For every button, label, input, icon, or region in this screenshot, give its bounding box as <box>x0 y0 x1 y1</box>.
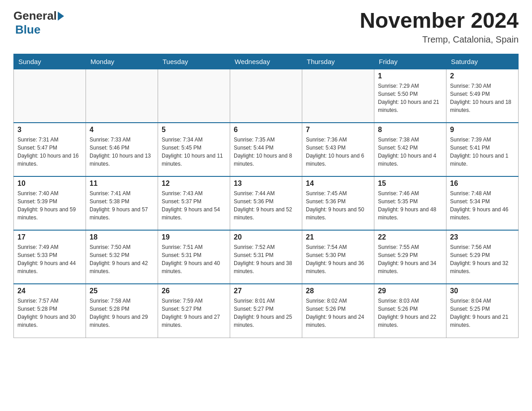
day-number: 2 <box>450 72 515 80</box>
day-sun-info: Sunrise: 7:49 AMSunset: 5:33 PMDaylight:… <box>17 243 82 275</box>
calendar-week-row: 10Sunrise: 7:40 AMSunset: 5:39 PMDayligh… <box>14 176 519 230</box>
day-number: 13 <box>234 180 298 188</box>
day-number: 16 <box>450 180 515 188</box>
day-sun-info: Sunrise: 7:31 AMSunset: 5:47 PMDaylight:… <box>17 136 82 168</box>
day-number: 15 <box>378 180 442 188</box>
calendar-cell: 1Sunrise: 7:29 AMSunset: 5:50 PMDaylight… <box>374 69 446 123</box>
day-sun-info: Sunrise: 7:29 AMSunset: 5:50 PMDaylight:… <box>378 82 442 114</box>
day-sun-info: Sunrise: 7:36 AMSunset: 5:43 PMDaylight:… <box>306 136 370 168</box>
day-sun-info: Sunrise: 7:58 AMSunset: 5:28 PMDaylight:… <box>90 297 154 329</box>
day-number: 1 <box>378 72 442 80</box>
day-sun-info: Sunrise: 7:56 AMSunset: 5:29 PMDaylight:… <box>450 243 515 275</box>
day-number: 11 <box>90 180 154 188</box>
calendar-cell: 20Sunrise: 7:52 AMSunset: 5:31 PMDayligh… <box>230 230 302 284</box>
calendar-cell <box>14 69 86 123</box>
day-number: 21 <box>306 233 370 241</box>
calendar-cell: 21Sunrise: 7:54 AMSunset: 5:30 PMDayligh… <box>302 230 374 284</box>
day-sun-info: Sunrise: 7:48 AMSunset: 5:34 PMDaylight:… <box>450 189 515 222</box>
day-number: 4 <box>90 126 154 134</box>
day-number: 28 <box>306 287 370 295</box>
calendar-cell: 5Sunrise: 7:34 AMSunset: 5:45 PMDaylight… <box>158 123 230 176</box>
day-number: 7 <box>306 126 370 134</box>
day-sun-info: Sunrise: 7:33 AMSunset: 5:46 PMDaylight:… <box>90 136 154 168</box>
calendar-cell: 3Sunrise: 7:31 AMSunset: 5:47 PMDaylight… <box>14 123 86 176</box>
weekday-header-wednesday: Wednesday <box>230 54 302 69</box>
day-number: 24 <box>17 287 82 295</box>
day-sun-info: Sunrise: 7:52 AMSunset: 5:31 PMDaylight:… <box>234 243 298 275</box>
day-number: 18 <box>90 233 154 241</box>
day-sun-info: Sunrise: 8:01 AMSunset: 5:27 PMDaylight:… <box>234 297 298 329</box>
logo-arrow-icon <box>58 12 64 21</box>
calendar-cell: 11Sunrise: 7:41 AMSunset: 5:38 PMDayligh… <box>86 176 158 230</box>
calendar-cell: 23Sunrise: 7:56 AMSunset: 5:29 PMDayligh… <box>446 230 519 284</box>
day-sun-info: Sunrise: 7:43 AMSunset: 5:37 PMDaylight:… <box>162 189 226 222</box>
calendar-cell: 26Sunrise: 7:59 AMSunset: 5:27 PMDayligh… <box>158 284 230 338</box>
day-sun-info: Sunrise: 7:34 AMSunset: 5:45 PMDaylight:… <box>162 136 226 168</box>
calendar-cell: 25Sunrise: 7:58 AMSunset: 5:28 PMDayligh… <box>86 284 158 338</box>
calendar-cell: 16Sunrise: 7:48 AMSunset: 5:34 PMDayligh… <box>446 176 519 230</box>
day-sun-info: Sunrise: 7:54 AMSunset: 5:30 PMDaylight:… <box>306 243 370 275</box>
calendar-cell: 17Sunrise: 7:49 AMSunset: 5:33 PMDayligh… <box>14 230 86 284</box>
day-sun-info: Sunrise: 7:35 AMSunset: 5:44 PMDaylight:… <box>234 136 298 168</box>
day-number: 20 <box>234 233 298 241</box>
calendar-cell: 7Sunrise: 7:36 AMSunset: 5:43 PMDaylight… <box>302 123 374 176</box>
calendar-cell: 8Sunrise: 7:38 AMSunset: 5:42 PMDaylight… <box>374 123 446 176</box>
calendar-cell <box>230 69 302 123</box>
calendar-cell <box>302 69 374 123</box>
day-sun-info: Sunrise: 8:03 AMSunset: 5:26 PMDaylight:… <box>378 297 442 329</box>
logo-blue-text: Blue <box>15 23 40 36</box>
calendar-cell: 9Sunrise: 7:39 AMSunset: 5:41 PMDaylight… <box>446 123 519 176</box>
weekday-header-tuesday: Tuesday <box>158 54 230 69</box>
weekday-header-sunday: Sunday <box>14 54 86 69</box>
weekday-header-monday: Monday <box>86 54 158 69</box>
day-sun-info: Sunrise: 7:44 AMSunset: 5:36 PMDaylight:… <box>234 189 298 222</box>
location-text: Tremp, Catalonia, Spain <box>360 34 519 45</box>
calendar-cell <box>86 69 158 123</box>
day-number: 25 <box>90 287 154 295</box>
day-number: 30 <box>450 287 515 295</box>
calendar-cell: 14Sunrise: 7:45 AMSunset: 5:36 PMDayligh… <box>302 176 374 230</box>
calendar-cell: 2Sunrise: 7:30 AMSunset: 5:49 PMDaylight… <box>446 69 519 123</box>
day-number: 8 <box>378 126 442 134</box>
day-number: 19 <box>162 233 226 241</box>
day-sun-info: Sunrise: 7:50 AMSunset: 5:32 PMDaylight:… <box>90 243 154 275</box>
day-number: 26 <box>162 287 226 295</box>
day-sun-info: Sunrise: 7:39 AMSunset: 5:41 PMDaylight:… <box>450 136 515 168</box>
calendar-header-row: SundayMondayTuesdayWednesdayThursdayFrid… <box>14 54 519 69</box>
logo-general-text: General <box>13 9 57 23</box>
day-sun-info: Sunrise: 8:02 AMSunset: 5:26 PMDaylight:… <box>306 297 370 329</box>
day-number: 9 <box>450 126 515 134</box>
calendar-cell: 4Sunrise: 7:33 AMSunset: 5:46 PMDaylight… <box>86 123 158 176</box>
day-sun-info: Sunrise: 7:46 AMSunset: 5:35 PMDaylight:… <box>378 189 442 222</box>
day-sun-info: Sunrise: 7:41 AMSunset: 5:38 PMDaylight:… <box>90 189 154 222</box>
day-sun-info: Sunrise: 7:30 AMSunset: 5:49 PMDaylight:… <box>450 82 515 114</box>
calendar-table: SundayMondayTuesdayWednesdayThursdayFrid… <box>13 54 519 338</box>
day-number: 3 <box>17 126 82 134</box>
day-number: 14 <box>306 180 370 188</box>
calendar-cell: 24Sunrise: 7:57 AMSunset: 5:28 PMDayligh… <box>14 284 86 338</box>
day-sun-info: Sunrise: 7:51 AMSunset: 5:31 PMDaylight:… <box>162 243 226 275</box>
day-sun-info: Sunrise: 7:55 AMSunset: 5:29 PMDaylight:… <box>378 243 442 275</box>
logo: General Blue <box>13 9 65 37</box>
calendar-week-row: 1Sunrise: 7:29 AMSunset: 5:50 PMDaylight… <box>14 69 519 123</box>
calendar-cell: 29Sunrise: 8:03 AMSunset: 5:26 PMDayligh… <box>374 284 446 338</box>
day-sun-info: Sunrise: 7:45 AMSunset: 5:36 PMDaylight:… <box>306 189 370 222</box>
day-sun-info: Sunrise: 7:38 AMSunset: 5:42 PMDaylight:… <box>378 136 442 168</box>
calendar-week-row: 17Sunrise: 7:49 AMSunset: 5:33 PMDayligh… <box>14 230 519 284</box>
day-number: 22 <box>378 233 442 241</box>
month-title: November 2024 <box>360 9 519 33</box>
calendar-cell: 30Sunrise: 8:04 AMSunset: 5:25 PMDayligh… <box>446 284 519 338</box>
calendar-cell: 18Sunrise: 7:50 AMSunset: 5:32 PMDayligh… <box>86 230 158 284</box>
day-number: 10 <box>17 180 82 188</box>
calendar-cell: 13Sunrise: 7:44 AMSunset: 5:36 PMDayligh… <box>230 176 302 230</box>
calendar-cell: 12Sunrise: 7:43 AMSunset: 5:37 PMDayligh… <box>158 176 230 230</box>
day-number: 27 <box>234 287 298 295</box>
weekday-header-friday: Friday <box>374 54 446 69</box>
calendar-cell: 15Sunrise: 7:46 AMSunset: 5:35 PMDayligh… <box>374 176 446 230</box>
weekday-header-saturday: Saturday <box>446 54 519 69</box>
calendar-cell: 27Sunrise: 8:01 AMSunset: 5:27 PMDayligh… <box>230 284 302 338</box>
day-sun-info: Sunrise: 7:40 AMSunset: 5:39 PMDaylight:… <box>17 189 82 222</box>
calendar-cell: 28Sunrise: 8:02 AMSunset: 5:26 PMDayligh… <box>302 284 374 338</box>
day-number: 29 <box>378 287 442 295</box>
calendar-cell: 6Sunrise: 7:35 AMSunset: 5:44 PMDaylight… <box>230 123 302 176</box>
